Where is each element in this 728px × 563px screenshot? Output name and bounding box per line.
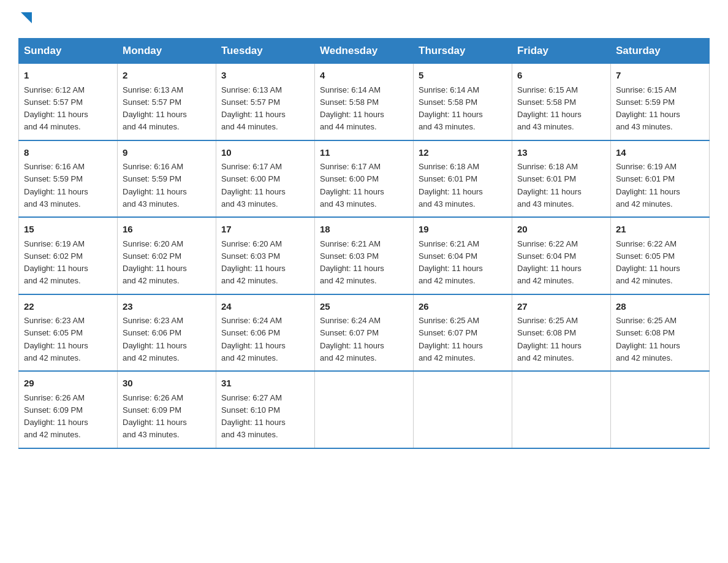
calendar-cell: 22Sunrise: 6:23 AMSunset: 6:05 PMDayligh… — [19, 294, 118, 372]
logo-arrow-icon — [18, 12, 32, 26]
day-number: 3 — [221, 69, 309, 83]
day-number: 26 — [419, 300, 507, 314]
day-info: Sunrise: 6:12 AMSunset: 5:57 PMDaylight:… — [24, 85, 88, 132]
day-number: 10 — [221, 146, 309, 160]
week-row-2: 8Sunrise: 6:16 AMSunset: 5:59 PMDaylight… — [19, 140, 710, 218]
day-number: 8 — [24, 146, 112, 160]
calendar-cell: 23Sunrise: 6:23 AMSunset: 6:06 PMDayligh… — [118, 294, 216, 372]
day-info: Sunrise: 6:20 AMSunset: 6:03 PMDaylight:… — [221, 239, 286, 286]
day-number: 22 — [24, 300, 112, 314]
calendar-cell: 12Sunrise: 6:18 AMSunset: 6:01 PMDayligh… — [414, 140, 512, 218]
weekday-header-monday: Monday — [118, 39, 216, 64]
calendar-cell: 6Sunrise: 6:15 AMSunset: 5:58 PMDaylight… — [512, 64, 611, 140]
day-info: Sunrise: 6:27 AMSunset: 6:10 PMDaylight:… — [221, 393, 286, 440]
day-info: Sunrise: 6:18 AMSunset: 6:01 PMDaylight:… — [517, 162, 582, 209]
day-number: 15 — [24, 223, 112, 237]
day-info: Sunrise: 6:13 AMSunset: 5:57 PMDaylight:… — [221, 85, 286, 132]
day-number: 1 — [24, 69, 112, 83]
calendar-cell: 2Sunrise: 6:13 AMSunset: 5:57 PMDaylight… — [118, 64, 216, 140]
day-info: Sunrise: 6:25 AMSunset: 6:07 PMDaylight:… — [419, 316, 483, 362]
day-number: 21 — [616, 223, 704, 237]
calendar-cell — [315, 371, 414, 448]
calendar-cell: 21Sunrise: 6:22 AMSunset: 6:05 PMDayligh… — [611, 217, 710, 294]
day-number: 20 — [517, 223, 605, 237]
day-number: 12 — [419, 146, 507, 160]
weekday-header-row: SundayMondayTuesdayWednesdayThursdayFrid… — [19, 39, 710, 64]
day-info: Sunrise: 6:14 AMSunset: 5:58 PMDaylight:… — [320, 85, 384, 132]
day-number: 11 — [320, 146, 408, 160]
page-header — [18, 12, 710, 26]
weekday-header-saturday: Saturday — [611, 39, 710, 64]
calendar-cell: 3Sunrise: 6:13 AMSunset: 5:57 PMDaylight… — [216, 64, 315, 140]
day-info: Sunrise: 6:25 AMSunset: 6:08 PMDaylight:… — [517, 316, 582, 362]
calendar-cell: 1Sunrise: 6:12 AMSunset: 5:57 PMDaylight… — [19, 64, 118, 140]
calendar-cell: 27Sunrise: 6:25 AMSunset: 6:08 PMDayligh… — [512, 294, 611, 372]
calendar-cell: 8Sunrise: 6:16 AMSunset: 5:59 PMDaylight… — [19, 140, 118, 218]
day-info: Sunrise: 6:24 AMSunset: 6:06 PMDaylight:… — [221, 316, 286, 362]
day-info: Sunrise: 6:19 AMSunset: 6:02 PMDaylight:… — [24, 239, 88, 286]
day-number: 14 — [616, 146, 704, 160]
calendar-cell: 14Sunrise: 6:19 AMSunset: 6:01 PMDayligh… — [611, 140, 710, 218]
calendar-table: SundayMondayTuesdayWednesdayThursdayFrid… — [18, 38, 710, 449]
day-number: 4 — [320, 69, 408, 83]
calendar-cell: 13Sunrise: 6:18 AMSunset: 6:01 PMDayligh… — [512, 140, 611, 218]
day-info: Sunrise: 6:21 AMSunset: 6:04 PMDaylight:… — [419, 239, 483, 286]
day-info: Sunrise: 6:26 AMSunset: 6:09 PMDaylight:… — [123, 393, 187, 440]
day-number: 16 — [123, 223, 211, 237]
day-info: Sunrise: 6:18 AMSunset: 6:01 PMDaylight:… — [419, 162, 483, 209]
week-row-1: 1Sunrise: 6:12 AMSunset: 5:57 PMDaylight… — [19, 64, 710, 140]
weekday-header-sunday: Sunday — [19, 39, 118, 64]
day-number: 27 — [517, 300, 605, 314]
calendar-cell: 24Sunrise: 6:24 AMSunset: 6:06 PMDayligh… — [216, 294, 315, 372]
calendar-cell: 5Sunrise: 6:14 AMSunset: 5:58 PMDaylight… — [414, 64, 512, 140]
calendar-cell: 30Sunrise: 6:26 AMSunset: 6:09 PMDayligh… — [118, 371, 216, 448]
calendar-cell: 25Sunrise: 6:24 AMSunset: 6:07 PMDayligh… — [315, 294, 414, 372]
day-info: Sunrise: 6:16 AMSunset: 5:59 PMDaylight:… — [24, 162, 88, 209]
day-info: Sunrise: 6:16 AMSunset: 5:59 PMDaylight:… — [123, 162, 187, 209]
calendar-cell — [414, 371, 512, 448]
day-info: Sunrise: 6:20 AMSunset: 6:02 PMDaylight:… — [123, 239, 187, 286]
calendar-cell — [512, 371, 611, 448]
calendar-cell: 26Sunrise: 6:25 AMSunset: 6:07 PMDayligh… — [414, 294, 512, 372]
day-info: Sunrise: 6:23 AMSunset: 6:05 PMDaylight:… — [24, 316, 88, 362]
day-number: 2 — [123, 69, 211, 83]
day-info: Sunrise: 6:26 AMSunset: 6:09 PMDaylight:… — [24, 393, 88, 440]
day-number: 31 — [221, 377, 309, 391]
logo — [18, 12, 32, 26]
day-number: 24 — [221, 300, 309, 314]
day-number: 19 — [419, 223, 507, 237]
calendar-cell: 7Sunrise: 6:15 AMSunset: 5:59 PMDaylight… — [611, 64, 710, 140]
day-number: 17 — [221, 223, 309, 237]
day-number: 7 — [616, 69, 704, 83]
day-number: 23 — [123, 300, 211, 314]
day-info: Sunrise: 6:15 AMSunset: 5:59 PMDaylight:… — [616, 85, 680, 132]
calendar-cell: 15Sunrise: 6:19 AMSunset: 6:02 PMDayligh… — [19, 217, 118, 294]
calendar-cell: 29Sunrise: 6:26 AMSunset: 6:09 PMDayligh… — [19, 371, 118, 448]
day-info: Sunrise: 6:19 AMSunset: 6:01 PMDaylight:… — [616, 162, 680, 209]
day-info: Sunrise: 6:21 AMSunset: 6:03 PMDaylight:… — [320, 239, 384, 286]
day-number: 29 — [24, 377, 112, 391]
calendar-cell: 19Sunrise: 6:21 AMSunset: 6:04 PMDayligh… — [414, 217, 512, 294]
calendar-cell: 17Sunrise: 6:20 AMSunset: 6:03 PMDayligh… — [216, 217, 315, 294]
day-info: Sunrise: 6:22 AMSunset: 6:04 PMDaylight:… — [517, 239, 582, 286]
day-number: 9 — [123, 146, 211, 160]
week-row-4: 22Sunrise: 6:23 AMSunset: 6:05 PMDayligh… — [19, 294, 710, 372]
day-info: Sunrise: 6:17 AMSunset: 6:00 PMDaylight:… — [320, 162, 384, 209]
day-number: 18 — [320, 223, 408, 237]
day-number: 6 — [517, 69, 605, 83]
day-info: Sunrise: 6:25 AMSunset: 6:08 PMDaylight:… — [616, 316, 680, 362]
weekday-header-thursday: Thursday — [414, 39, 512, 64]
day-info: Sunrise: 6:23 AMSunset: 6:06 PMDaylight:… — [123, 316, 187, 362]
day-info: Sunrise: 6:15 AMSunset: 5:58 PMDaylight:… — [517, 85, 582, 132]
day-number: 28 — [616, 300, 704, 314]
weekday-header-tuesday: Tuesday — [216, 39, 315, 64]
calendar-cell: 18Sunrise: 6:21 AMSunset: 6:03 PMDayligh… — [315, 217, 414, 294]
day-info: Sunrise: 6:17 AMSunset: 6:00 PMDaylight:… — [221, 162, 286, 209]
calendar-cell: 10Sunrise: 6:17 AMSunset: 6:00 PMDayligh… — [216, 140, 315, 218]
calendar-cell: 4Sunrise: 6:14 AMSunset: 5:58 PMDaylight… — [315, 64, 414, 140]
calendar-cell: 16Sunrise: 6:20 AMSunset: 6:02 PMDayligh… — [118, 217, 216, 294]
day-number: 30 — [123, 377, 211, 391]
calendar-cell: 28Sunrise: 6:25 AMSunset: 6:08 PMDayligh… — [611, 294, 710, 372]
day-number: 25 — [320, 300, 408, 314]
calendar-cell: 9Sunrise: 6:16 AMSunset: 5:59 PMDaylight… — [118, 140, 216, 218]
